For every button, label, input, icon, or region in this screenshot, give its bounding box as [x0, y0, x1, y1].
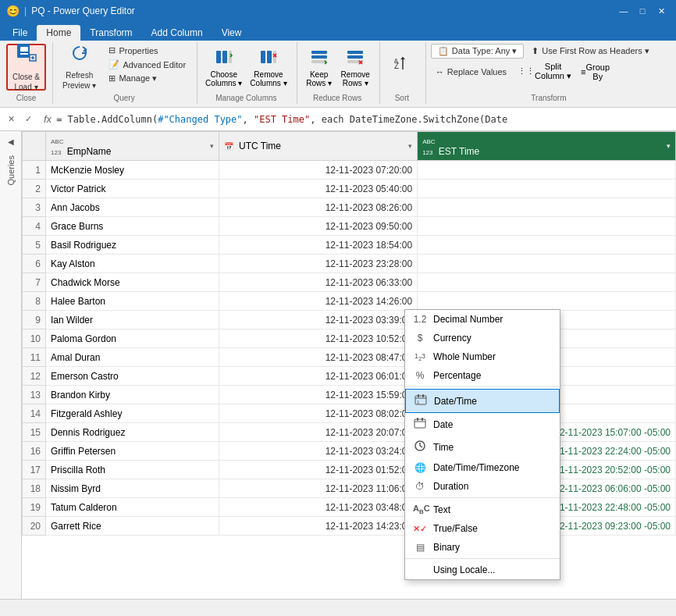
- data-type-button[interactable]: 📋 Data Type: Any ▾: [431, 44, 524, 59]
- dropdown-item-datetime[interactable]: 1 Date/Time: [405, 389, 560, 413]
- split-column-button[interactable]: ⋮⋮ SplitColumn ▾: [514, 60, 575, 83]
- dropdown-item-locale[interactable]: Using Locale...: [405, 561, 560, 579]
- empname-cell: Priscilla Roth: [46, 461, 219, 479]
- minimize-button[interactable]: —: [615, 4, 632, 18]
- empname-cell: Fitzgerald Ashley: [46, 404, 219, 423]
- ribbon-group-transform: 📋 Data Type: Any ▾ ⬆ Use First Row as He…: [428, 42, 673, 104]
- queries-label: Queries: [6, 155, 16, 186]
- row-number-cell: 3: [23, 198, 46, 217]
- remove-rows-button[interactable]: RemoveRows ▾: [338, 44, 373, 91]
- close-button[interactable]: ✕: [653, 4, 670, 18]
- svg-text:Z: Z: [394, 62, 399, 70]
- tab-file[interactable]: File: [3, 25, 37, 41]
- svg-text:1: 1: [417, 400, 420, 404]
- time-icon: [413, 440, 427, 454]
- date-label: Date: [433, 419, 453, 430]
- utctime-cell: 12-11-2023 14:23:00: [219, 517, 417, 536]
- percentage-icon: %: [413, 370, 427, 381]
- ribbon: Close &Load ▾ Close RefreshPreview ▾ ⊟: [0, 41, 676, 108]
- close-load-button[interactable]: Close &Load ▾: [6, 44, 46, 91]
- utctime-cell: 12-11-2023 03:48:00: [219, 498, 417, 517]
- main-area: ◀ Queries ABC123 EmpName ▾: [0, 131, 676, 599]
- dropdown-item-decimal[interactable]: 1.2 Decimal Number: [405, 310, 560, 329]
- currency-icon: $: [413, 333, 427, 344]
- utctime-cell: 12-11-2023 01:52:00: [219, 461, 417, 479]
- utctime-cell: 12-11-2023 23:28:00: [219, 255, 417, 273]
- dropdown-item-whole[interactable]: 123 Whole Number: [405, 347, 560, 366]
- datetimezone-label: Date/Time/Timezone: [433, 462, 519, 473]
- queries-collapse-button[interactable]: ◀: [5, 134, 17, 149]
- formula-input[interactable]: = Table.AddColumn(#"Changed Type", "EST …: [56, 114, 673, 125]
- empname-type-icon: ABC123: [51, 138, 63, 156]
- table-row: 16Griffin Petersen12-11-2023 03:24:0011-…: [23, 442, 676, 461]
- duration-icon: ⏱: [413, 481, 427, 492]
- empname-cell: Victor Patrick: [46, 180, 219, 198]
- col-header-esttime[interactable]: ABC123 EST Time ▾: [418, 132, 676, 161]
- empname-cell: Garrett Rice: [46, 517, 219, 536]
- tab-view[interactable]: View: [212, 25, 251, 41]
- table-row: 1McKenzie Mosley12-11-2023 07:20:00: [23, 161, 676, 180]
- refresh-icon: [70, 44, 89, 69]
- empname-cell: Ann Jacobs: [46, 198, 219, 217]
- keep-rows-button[interactable]: KeepRows ▾: [302, 44, 336, 91]
- currency-label: Currency: [433, 333, 471, 344]
- empname-cell: Dennis Rodriguez: [46, 423, 219, 442]
- dropdown-item-duration[interactable]: ⏱ Duration: [405, 477, 560, 496]
- tab-transform[interactable]: Transform: [80, 25, 141, 41]
- sort-ascending-button[interactable]: A Z: [385, 44, 419, 91]
- dropdown-item-truefalse[interactable]: ✕✓ True/False: [405, 519, 560, 538]
- row-number-cell: 13: [23, 386, 46, 404]
- dropdown-item-percentage[interactable]: % Percentage: [405, 366, 560, 385]
- empname-cell: Chadwick Morse: [46, 273, 219, 292]
- empname-filter-button[interactable]: ▾: [210, 142, 214, 150]
- utctime-cell: 12-11-2023 08:47:00: [219, 348, 417, 367]
- dropdown-item-datetimezone[interactable]: 🌐 Date/Time/Timezone: [405, 458, 560, 477]
- ribbon-group-sort: A Z Sort: [382, 42, 426, 104]
- advanced-editor-button[interactable]: 📝 Advanced Editor: [104, 58, 190, 71]
- remove-columns-button[interactable]: RemoveColumns ▾: [247, 44, 290, 91]
- remove-columns-label: RemoveColumns ▾: [250, 70, 286, 87]
- utctime-cell: 12-11-2023 20:07:00: [219, 423, 417, 442]
- group-by-button[interactable]: ≡ GroupBy: [578, 61, 613, 83]
- dropdown-item-text[interactable]: ABC Text: [405, 500, 560, 519]
- svg-rect-21: [422, 394, 424, 397]
- dropdown-item-date[interactable]: Date: [405, 413, 560, 436]
- formula-accept-button[interactable]: ✓: [20, 112, 36, 127]
- tab-add-column[interactable]: Add Column: [142, 25, 212, 41]
- utctime-filter-button[interactable]: ▾: [408, 142, 412, 150]
- dropdown-item-currency[interactable]: $ Currency: [405, 329, 560, 347]
- use-first-row-button[interactable]: ⬆ Use First Row as Headers ▾: [527, 45, 653, 58]
- col-header-utctime[interactable]: 📅 UTC Time ▾: [219, 132, 417, 161]
- grid-container: ABC123 EmpName ▾ 📅 UTC Time ▾: [22, 131, 676, 599]
- choose-columns-button[interactable]: ChooseColumns ▾: [202, 44, 245, 91]
- text-label: Text: [433, 504, 450, 515]
- esttime-cell: [418, 292, 676, 311]
- data-type-label: Data Type: Any ▾: [452, 46, 517, 56]
- dropdown-item-time[interactable]: Time: [405, 436, 560, 458]
- svg-rect-4: [222, 51, 227, 63]
- esttime-cell: [418, 236, 676, 255]
- whole-label: Whole Number: [433, 351, 496, 362]
- col-header-empname[interactable]: ABC123 EmpName ▾: [46, 132, 219, 161]
- dropdown-item-binary[interactable]: ▤ Binary: [405, 538, 560, 557]
- row-number-cell: 4: [23, 217, 46, 236]
- refresh-preview-button[interactable]: RefreshPreview ▾: [58, 44, 101, 91]
- manage-button[interactable]: ⊞ Manage ▾: [104, 72, 190, 85]
- title-bar: 😊 | PQ - Power Query Editor — □ ✕: [0, 0, 676, 22]
- empname-cell: McKenzie Mosley: [46, 161, 219, 180]
- tab-home[interactable]: Home: [37, 25, 80, 41]
- empname-cell: Tatum Calderon: [46, 498, 219, 517]
- properties-button[interactable]: ⊟ Properties: [104, 44, 190, 57]
- formula-cancel-button[interactable]: ✕: [3, 112, 19, 127]
- table-row: 20Garrett Rice12-11-2023 14:23:0012-11-2…: [23, 517, 676, 536]
- empname-col-label: EmpName: [67, 146, 112, 157]
- table-row: 12Emerson Castro12-11-2023 06:01:00: [23, 367, 676, 386]
- maximize-button[interactable]: □: [634, 4, 651, 18]
- esttime-filter-button[interactable]: ▾: [667, 142, 671, 150]
- ribbon-tabs: File Home Transform Add Column View: [0, 22, 676, 41]
- replace-values-button[interactable]: ↔ Replace Values: [431, 66, 511, 78]
- svg-rect-6: [261, 51, 265, 63]
- utctime-col-label: UTC Time: [239, 141, 281, 151]
- table-row: 10Paloma Gordon12-11-2023 10:52:00: [23, 329, 676, 348]
- status-bar: [0, 599, 676, 616]
